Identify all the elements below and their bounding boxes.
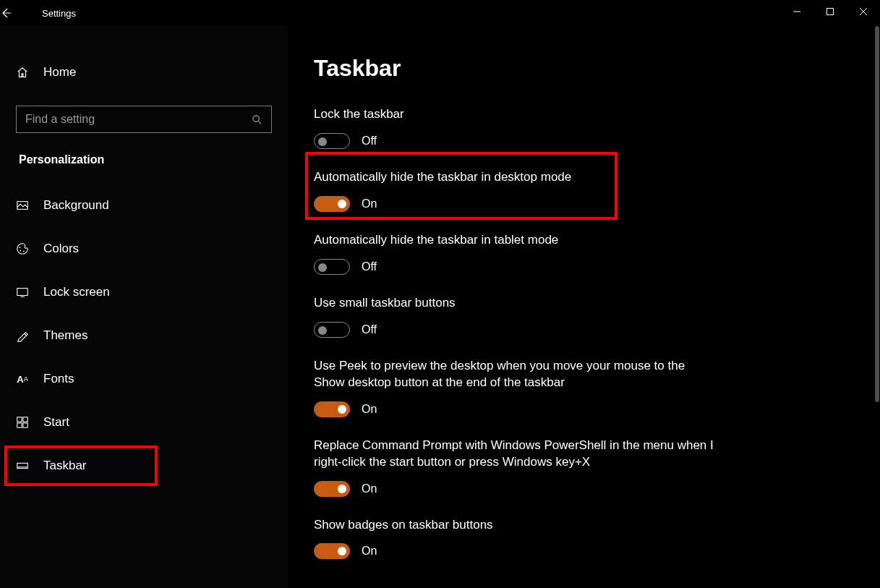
- setting-label: Lock the taskbar: [314, 106, 719, 123]
- toggle-state: On: [362, 197, 377, 210]
- sidebar-item-colors[interactable]: Colors: [0, 227, 288, 270]
- toggle-state: On: [362, 482, 377, 495]
- back-button[interactable]: [0, 7, 33, 19]
- search-input[interactable]: [25, 113, 252, 126]
- setting-label: Automatically hide the taskbar in tablet…: [314, 232, 719, 249]
- nav-label: Fonts: [43, 372, 74, 386]
- search-icon: [252, 114, 262, 125]
- palette-icon: [16, 242, 29, 255]
- themes-icon: [16, 329, 29, 342]
- sidebar-item-themes[interactable]: Themes: [0, 314, 288, 357]
- nav-label: Colors: [43, 242, 79, 256]
- maximize-button[interactable]: [813, 0, 847, 23]
- svg-rect-10: [23, 423, 27, 427]
- toggle-state: Off: [362, 135, 377, 148]
- nav-label: Start: [43, 415, 69, 430]
- toggle-powershell-replace[interactable]: [314, 481, 350, 497]
- svg-rect-0: [827, 9, 834, 15]
- svg-point-4: [20, 250, 21, 252]
- setting-label: Automatically hide the taskbar in deskto…: [314, 169, 719, 186]
- setting-peek-preview: Use Peek to preview the desktop when you…: [314, 358, 719, 417]
- toggle-state: Off: [362, 260, 377, 273]
- setting-lock-taskbar: Lock the taskbar Off: [314, 106, 719, 149]
- setting-label: Replace Command Prompt with Windows Powe…: [314, 438, 719, 471]
- nav-label: Background: [43, 198, 109, 213]
- nav-label: Lock screen: [43, 285, 110, 299]
- search-box[interactable]: [16, 106, 272, 133]
- svg-rect-7: [17, 417, 22, 422]
- svg-rect-9: [17, 423, 22, 427]
- setting-label: Use small taskbar buttons: [314, 295, 719, 312]
- toggle-state: On: [362, 403, 377, 416]
- fonts-icon: AA: [16, 372, 29, 385]
- toggle-peek-preview[interactable]: [314, 401, 350, 417]
- setting-small-buttons: Use small taskbar buttons Off: [314, 295, 719, 338]
- picture-icon: [16, 199, 29, 212]
- nav-label: Taskbar: [43, 459, 87, 473]
- setting-auto-hide-tablet: Automatically hide the taskbar in tablet…: [314, 232, 719, 275]
- home-nav[interactable]: Home: [0, 55, 288, 90]
- toggle-show-badges[interactable]: [314, 543, 350, 559]
- sidebar-item-fonts[interactable]: AA Fonts: [0, 357, 288, 401]
- window-title: Settings: [42, 8, 76, 19]
- content-pane: Taskbar Lock the taskbar Off Automatical…: [288, 26, 873, 588]
- svg-point-5: [23, 251, 25, 252]
- minimize-button[interactable]: [780, 0, 813, 23]
- page-title: Taskbar: [314, 55, 847, 82]
- window-controls: [780, 0, 880, 23]
- setting-label: Show badges on taskbar buttons: [314, 517, 719, 534]
- setting-auto-hide-desktop: Automatically hide the taskbar in deskto…: [314, 169, 719, 212]
- toggle-lock-taskbar[interactable]: [314, 133, 350, 149]
- toggle-auto-hide-tablet[interactable]: [314, 259, 350, 275]
- toggle-state: On: [362, 545, 377, 558]
- setting-powershell-replace: Replace Command Prompt with Windows Powe…: [314, 438, 719, 497]
- svg-rect-11: [17, 463, 27, 468]
- nav-label: Themes: [43, 328, 87, 343]
- home-icon: [16, 66, 29, 79]
- toggle-small-buttons[interactable]: [314, 322, 350, 338]
- scrollbar[interactable]: [874, 26, 880, 588]
- toggle-state: Off: [362, 323, 377, 336]
- setting-show-badges: Show badges on taskbar buttons On: [314, 517, 719, 560]
- svg-point-1: [253, 115, 259, 121]
- setting-label: Use Peek to preview the desktop when you…: [314, 358, 719, 391]
- category-header: Personalization: [0, 133, 288, 175]
- sidebar: Home Personalization Background Colors L…: [0, 26, 288, 588]
- lock-screen-icon: [16, 286, 29, 299]
- svg-rect-8: [23, 417, 27, 422]
- scrollbar-thumb[interactable]: [875, 26, 879, 402]
- svg-rect-6: [17, 289, 27, 296]
- home-label: Home: [43, 65, 76, 80]
- close-button[interactable]: [847, 0, 880, 23]
- titlebar: Settings: [0, 0, 880, 26]
- svg-point-3: [20, 247, 21, 248]
- sidebar-item-start[interactable]: Start: [0, 401, 288, 444]
- nav-list: Background Colors Lock screen Themes AA …: [0, 175, 288, 487]
- sidebar-item-taskbar[interactable]: Taskbar: [0, 444, 288, 487]
- sidebar-item-lock-screen[interactable]: Lock screen: [0, 270, 288, 314]
- toggle-auto-hide-desktop[interactable]: [314, 196, 350, 212]
- sidebar-item-background[interactable]: Background: [0, 184, 288, 227]
- start-icon: [16, 416, 29, 429]
- taskbar-icon: [16, 459, 29, 472]
